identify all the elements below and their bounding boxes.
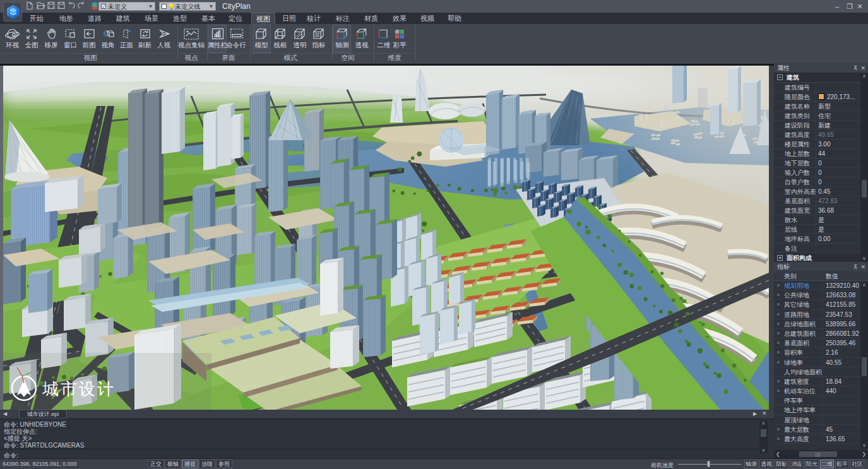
svg-text:界面: 界面 <box>222 54 235 61</box>
svg-text:彩平: 彩平 <box>393 41 407 49</box>
svg-text:透明: 透明 <box>294 41 307 49</box>
svg-text:指标: 指标 <box>312 41 326 49</box>
svg-text:前图: 前图 <box>83 41 96 49</box>
svg-text:命令行: 命令行 <box>226 41 246 49</box>
svg-text:全图: 全图 <box>25 41 39 49</box>
svg-text:线框: 线框 <box>274 41 288 49</box>
svg-text:环视: 环视 <box>6 41 20 49</box>
svg-text:模型: 模型 <box>255 41 269 49</box>
svg-text:模式: 模式 <box>284 54 298 61</box>
svg-text:属性栏: 属性栏 <box>208 41 228 49</box>
svg-text:视点: 视点 <box>185 54 199 61</box>
svg-text:刷新: 刷新 <box>138 41 152 49</box>
svg-text:移屏: 移屏 <box>45 41 59 49</box>
svg-text:空间: 空间 <box>342 54 355 61</box>
svg-text:人视: 人视 <box>157 41 171 49</box>
svg-text:城市设计: 城市设计 <box>42 379 116 398</box>
svg-text:窗口: 窗口 <box>64 41 77 49</box>
svg-text:视图: 视图 <box>84 54 97 61</box>
svg-text:正面: 正面 <box>120 41 133 49</box>
svg-text:视点集锦: 视点集锦 <box>178 41 205 49</box>
svg-text:透视: 透视 <box>355 41 369 49</box>
svg-text:二维: 二维 <box>378 41 391 49</box>
svg-text:视角: 视角 <box>102 41 115 49</box>
svg-text:轴测: 轴测 <box>335 41 349 49</box>
svg-text:维度: 维度 <box>388 54 402 61</box>
